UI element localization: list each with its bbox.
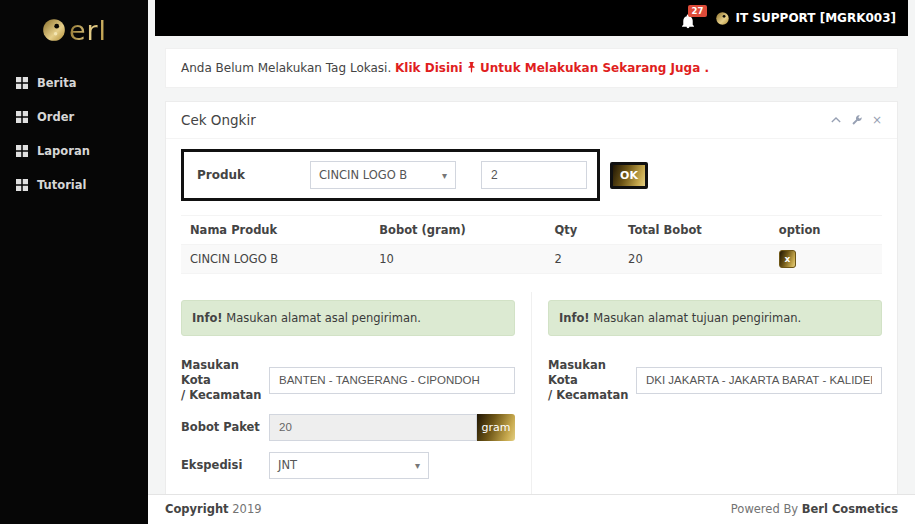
ok-button[interactable]: OK [610,162,648,189]
sidebar-item-order[interactable]: Order [0,100,148,134]
gram-addon: gram [477,414,515,441]
sidebar-item-label: Order [37,110,74,124]
user-brand-icon [715,11,730,26]
col-option: option [770,216,882,245]
origin-kota-row: Masukan Kota / Kecamatan [181,358,515,403]
brand-logo[interactable]: erl [0,0,148,60]
grid-icon [16,179,28,191]
cell-total-bobot: 20 [619,245,770,274]
delete-row-button[interactable]: x [779,250,796,268]
produk-table: Nama Produk Bobot (gram) Qty Total Bobot… [181,215,882,274]
sidebar-item-berita[interactable]: Berita [0,66,148,100]
copyright: Copyright 2019 [165,502,262,516]
ekspedisi-select-value: JNT [278,458,297,472]
table-row: CINCIN LOGO B 10 2 20 x [181,245,882,274]
user-label: IT SUPPORT [MGRK003] [736,11,896,25]
cell-nama-produk: CINCIN LOGO B [181,245,370,274]
cell-qty: 2 [546,245,620,274]
ekspedisi-select[interactable]: JNT ▾ [269,452,429,479]
bobot-paket-input [269,414,477,441]
destination-kota-input[interactable] [636,367,882,394]
produk-group-highlight: Produk CINCIN LOGO B ▾ [181,149,600,201]
bobot-paket-label: Bobot Paket [181,420,269,435]
sidebar-item-label: Berita [37,76,76,90]
grid-icon [16,77,28,89]
collapse-chevron-up-icon[interactable] [831,116,841,124]
user-menu[interactable]: IT SUPPORT [MGRK003] [715,11,896,26]
origin-info-box: Info! Masukan alamat asal pengiriman. [181,300,515,336]
panel-title: Cek Ongkir [181,112,256,128]
qty-input[interactable] [481,161,587,189]
alert-text: Anda Belum Melakukan Tag Lokasi. [181,61,395,75]
table-header-row: Nama Produk Bobot (gram) Qty Total Bobot… [181,216,882,245]
destination-kota-label: Masukan Kota / Kecamatan [548,358,636,403]
tag-lokasi-alert: Anda Belum Melakukan Tag Lokasi. Klik Di… [165,48,898,88]
col-nama-produk: Nama Produk [181,216,370,245]
settings-wrench-icon[interactable] [851,115,862,126]
produk-form-row: Produk CINCIN LOGO B ▾ OK [181,149,882,201]
sidebar-item-laporan[interactable]: Laporan [0,134,148,168]
grid-icon [16,145,28,157]
cell-option: x [770,245,882,274]
sidebar-item-label: Laporan [37,144,90,158]
origin-kota-label: Masukan Kota / Kecamatan [181,358,269,403]
pin-icon [467,62,476,73]
panel-header: Cek Ongkir × [166,102,897,139]
shipping-columns: Info! Masukan alamat asal pengiriman. Ma… [181,292,882,494]
bobot-paket-group: gram [269,414,515,441]
page-content: Anda Belum Melakukan Tag Lokasi. Klik Di… [148,36,915,494]
produk-label: Produk [194,168,310,182]
origin-column: Info! Masukan alamat asal pengiriman. Ma… [181,292,532,494]
caret-down-icon: ▾ [415,460,420,471]
grid-icon [16,111,28,123]
ekspedisi-label: Ekspedisi [181,458,269,473]
ekspedisi-row: Ekspedisi JNT ▾ [181,452,515,479]
notifications-button[interactable]: 27 [681,8,695,29]
origin-kota-input[interactable] [269,367,515,394]
destination-kota-row: Masukan Kota / Kecamatan [548,358,882,403]
caret-down-icon: ▾ [442,170,447,181]
tag-lokasi-link[interactable]: Klik Disini Untuk Melakukan Sekarang Jug… [395,61,709,75]
page-footer: Copyright 2019 Powered By Berl Cosmetics [148,494,915,524]
top-navbar: 27 IT SUPPORT [MGRK003] [155,0,908,36]
powered-by: Powered By Berl Cosmetics [731,502,898,516]
destination-info-box: Info! Masukan alamat tujuan pengiriman. [548,300,882,336]
brand-mark-icon [41,17,67,43]
sidebar-item-label: Tutorial [37,178,86,192]
sidebar: erl Berita Order Laporan Tutorial [0,0,148,524]
main-area: 27 IT SUPPORT [MGRK003] Anda Belum Melak… [148,0,915,524]
destination-column: Info! Masukan alamat tujuan pengiriman. … [532,292,882,494]
panel-body: Produk CINCIN LOGO B ▾ OK Nama Produk [166,139,897,494]
sidebar-nav: Berita Order Laporan Tutorial [0,66,148,202]
produk-select-value: CINCIN LOGO B [319,168,407,182]
col-qty: Qty [546,216,620,245]
cell-bobot: 10 [370,245,545,274]
cek-ongkir-panel: Cek Ongkir × Produk [165,101,898,494]
panel-tools: × [831,113,882,127]
bobot-paket-row: Bobot Paket gram [181,414,515,441]
notification-badge: 27 [688,5,708,17]
brand-text: erl [69,15,107,46]
sidebar-item-tutorial[interactable]: Tutorial [0,168,148,202]
col-total-bobot: Total Bobot [619,216,770,245]
col-bobot: Bobot (gram) [370,216,545,245]
close-icon[interactable]: × [872,113,882,127]
produk-select[interactable]: CINCIN LOGO B ▾ [310,161,456,189]
